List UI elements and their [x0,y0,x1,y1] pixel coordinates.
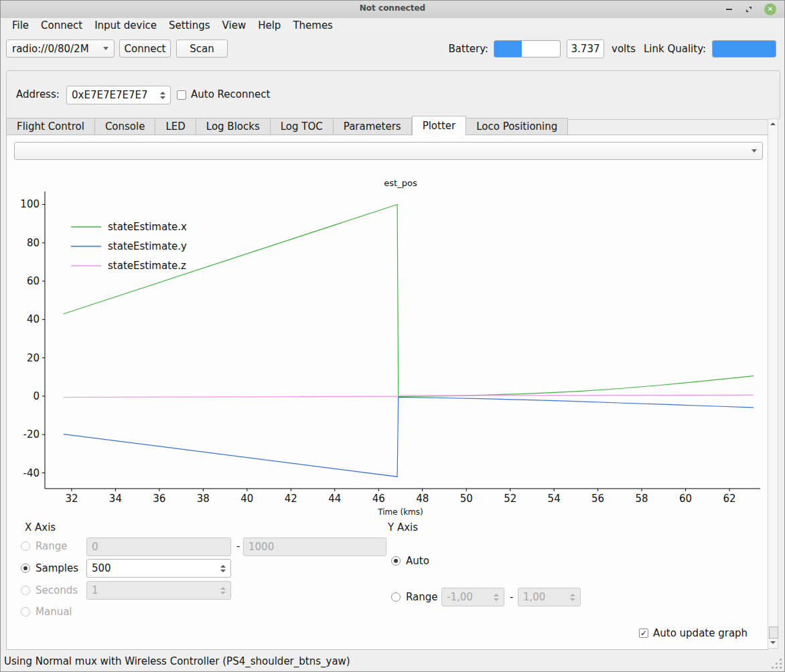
menu-input-device[interactable]: Input device [88,19,163,31]
svg-text:-20: -20 [23,428,40,440]
tab-loco-positioning[interactable]: Loco Positioning [466,118,568,135]
x-seconds-radio[interactable]: Seconds [21,584,78,596]
svg-text:56: 56 [591,493,604,505]
plotter-dataset-select[interactable] [14,142,763,160]
svg-text:Time (kms): Time (kms) [377,507,423,517]
svg-text:46: 46 [372,493,385,505]
auto-update-graph-label: Auto update graph [653,627,747,639]
close-icon: ✕ [768,6,773,13]
x-samples-spinbox[interactable]: 500 [86,559,231,578]
menu-view[interactable]: View [216,19,253,31]
link-quality-label: Link Quality: [644,43,706,55]
svg-text:40: 40 [240,493,253,505]
link-quality-progressbar [712,40,776,58]
scroll-down-icon[interactable] [770,641,776,644]
range-dash: - [236,540,240,552]
titlebar: Not connected ✕ [1,1,784,19]
radio-icon [391,556,401,566]
spinner-arrows-icon [566,594,575,601]
address-value: 0xE7E7E7E7E7 [72,89,148,101]
address-label: Address: [16,88,60,100]
volts-label: volts [612,43,636,55]
menu-help[interactable]: Help [252,19,287,31]
x-samples-radio[interactable]: Samples [21,562,78,574]
svg-text:38: 38 [197,493,210,505]
auto-update-graph-checkbox[interactable]: ✓ [639,628,648,638]
battery-progressbar [494,40,561,58]
application-window: Not connected ✕ File Connect Input devic… [0,0,785,672]
chevron-down-icon [103,47,109,50]
radio-icon [391,592,401,602]
svg-text:stateEstimate.x: stateEstimate.x [108,221,187,233]
spinner-arrows-icon[interactable] [156,92,165,99]
svg-text:32: 32 [65,493,78,505]
menubar: File Connect Input device Settings View … [1,18,784,33]
scrollbar-thumb[interactable] [769,626,778,639]
svg-text:100: 100 [20,198,40,210]
radio-icon [21,564,30,573]
spinner-arrows-icon[interactable] [216,565,226,572]
svg-text:48: 48 [416,493,429,505]
toolbar-status: Battery: 3.737 volts Link Quality: [449,39,776,58]
scroll-up-icon[interactable] [770,122,776,125]
x-range-radio[interactable]: Range [21,540,68,552]
svg-text:44: 44 [328,493,341,505]
y-range-max-spinbox[interactable]: 1,00 [518,588,581,606]
status-text: Using Normal mux with Wireless Controlle… [4,655,350,667]
auto-reconnect-checkbox[interactable]: ✓ [177,90,186,100]
vertical-scrollbar[interactable] [768,118,778,649]
link-quality-progress-fill [713,41,776,57]
menu-connect[interactable]: Connect [35,19,88,31]
radio-icon [21,607,30,616]
x-range-max-field[interactable]: 1000 [243,537,386,556]
interface-uri-value: radio://0/80/2M [12,43,89,55]
window-title: Not connected [1,3,784,13]
tab-console[interactable]: Console [95,118,156,135]
resize-grip-icon[interactable] [780,667,782,669]
scan-button[interactable]: Scan [176,39,228,58]
tab-led[interactable]: LED [155,118,196,135]
x-seconds-spinbox[interactable]: 1 [86,581,231,600]
tab-log-blocks[interactable]: Log Blocks [196,118,271,135]
radio-icon [21,586,30,595]
connect-button[interactable]: Connect [119,39,171,58]
restore-icon [745,5,753,13]
tab-parameters[interactable]: Parameters [334,118,412,135]
tab-flight-control[interactable]: Flight Control [6,118,95,135]
y-auto-radio[interactable]: Auto [391,555,429,567]
svg-text:36: 36 [153,493,165,505]
address-spinbox[interactable]: 0xE7E7E7E7E7 [66,86,171,104]
tab-log-toc[interactable]: Log TOC [271,118,334,135]
minimize-button[interactable] [723,3,735,15]
close-button[interactable]: ✕ [764,3,776,15]
menu-themes[interactable]: Themes [287,19,339,31]
interface-uri-select[interactable]: radio://0/80/2M [6,39,115,58]
x-manual-radio[interactable]: Manual [21,606,72,618]
check-icon: ✓ [640,629,647,637]
y-range-min-spinbox[interactable]: -1,00 [441,588,504,606]
tabbar: Flight Control Console LED Log Blocks Lo… [6,117,568,135]
svg-text:58: 58 [636,493,648,505]
svg-text:42: 42 [285,493,297,505]
spinner-arrows-icon [490,594,499,601]
svg-text:54: 54 [548,493,561,505]
restore-button[interactable] [743,3,755,15]
radio-icon [21,541,30,551]
tab-plotter[interactable]: Plotter [412,116,467,135]
svg-text:est_pos: est_pos [384,178,417,188]
battery-progress-fill [494,41,522,57]
svg-text:50: 50 [460,493,473,505]
menu-settings[interactable]: Settings [163,19,216,31]
connection-group: Address: 0xE7E7E7E7E7 ✓ Auto Reconnect [6,70,780,120]
x-range-min-field[interactable]: 0 [86,537,231,556]
battery-label: Battery: [449,43,488,55]
svg-text:stateEstimate.z: stateEstimate.z [108,260,186,272]
svg-text:62: 62 [723,493,736,505]
y-range-radio[interactable]: Range [391,591,438,603]
svg-text:80: 80 [27,237,40,249]
voltage-field: 3.737 [567,39,604,58]
menu-file[interactable]: File [6,19,35,31]
svg-text:40: 40 [27,313,40,325]
svg-text:0: 0 [33,390,40,402]
svg-text:52: 52 [504,493,516,505]
